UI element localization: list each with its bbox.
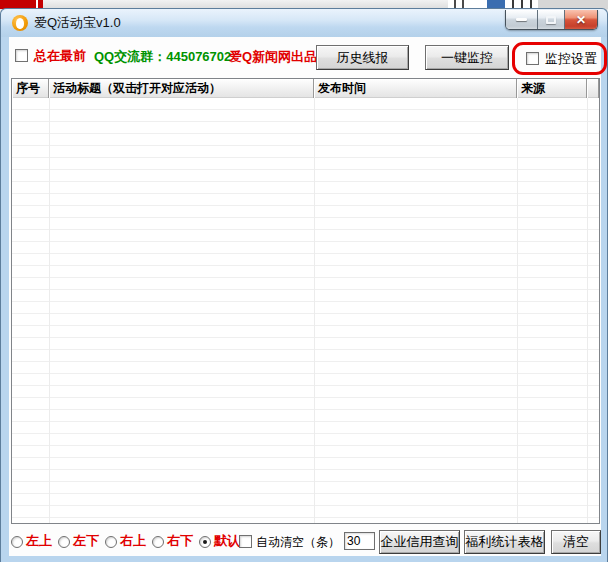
position-label-bottom-left[interactable]: 左下 xyxy=(73,534,99,548)
column-header-source[interactable]: 来源 xyxy=(517,79,587,98)
position-label-bottom-right[interactable]: 右下 xyxy=(167,534,193,548)
clear-button[interactable]: 清空 xyxy=(551,530,601,554)
app-window: 爱Q活动宝v1.0 ✕ 总在最前 QQ交流群：445076702 爱Q新闻网出品… xyxy=(0,8,608,562)
position-label-default[interactable]: 默认 xyxy=(214,534,240,548)
client-area: 总在最前 QQ交流群：445076702 爱Q新闻网出品 历史线报 一键监控 监… xyxy=(9,37,601,556)
table-header-row: 序号 活动标题（双击打开对应活动） 发布时间 来源 xyxy=(12,79,599,98)
window-title: 爱Q活动宝v1.0 xyxy=(34,14,121,32)
titlebar[interactable]: 爱Q活动宝v1.0 ✕ xyxy=(1,9,607,37)
activity-table: 序号 活动标题（双击打开对应活动） 发布时间 来源 xyxy=(11,78,600,524)
enterprise-credit-query-button[interactable]: 企业信用查询 xyxy=(379,530,460,554)
auto-clear-checkbox[interactable] xyxy=(239,535,252,548)
one-key-monitor-button[interactable]: 一键监控 xyxy=(425,45,509,70)
close-button[interactable]: ✕ xyxy=(564,10,597,29)
position-radio-bottom-right[interactable] xyxy=(152,536,164,548)
table-body-empty[interactable] xyxy=(12,98,599,523)
always-on-top-label[interactable]: 总在最前 xyxy=(34,49,86,63)
history-report-button[interactable]: 历史线报 xyxy=(316,45,409,70)
monitor-settings-label[interactable]: 监控设置 xyxy=(545,52,597,66)
penguin-app-icon xyxy=(12,15,28,31)
close-icon: ✕ xyxy=(576,14,586,26)
position-radio-default[interactable] xyxy=(199,536,211,548)
auto-clear-count-input[interactable] xyxy=(344,532,375,550)
welfare-statistics-button[interactable]: 福利统计表格 xyxy=(464,530,545,554)
position-label-top-left[interactable]: 左上 xyxy=(26,534,52,548)
position-label-top-right[interactable]: 右上 xyxy=(120,534,146,548)
auto-clear-label[interactable]: 自动清空（条） xyxy=(256,535,340,549)
position-radio-bottom-left[interactable] xyxy=(58,536,70,548)
column-header-filler xyxy=(587,79,599,98)
always-on-top-checkbox[interactable] xyxy=(15,49,28,62)
minimize-icon xyxy=(516,18,527,21)
position-radio-top-right[interactable] xyxy=(105,536,117,548)
minimize-button[interactable] xyxy=(506,10,537,29)
column-header-title[interactable]: 活动标题（双击打开对应活动） xyxy=(49,79,314,98)
maximize-button[interactable] xyxy=(537,10,564,29)
column-header-index[interactable]: 序号 xyxy=(12,79,49,98)
brand-text: 爱Q新闻网出品 xyxy=(229,50,317,64)
window-controls: ✕ xyxy=(505,10,598,30)
qq-group-text: QQ交流群：445076702 xyxy=(94,50,231,64)
position-radio-top-left[interactable] xyxy=(11,536,23,548)
column-header-publish-time[interactable]: 发布时间 xyxy=(314,79,517,98)
maximize-icon xyxy=(546,16,556,24)
monitor-settings-checkbox[interactable] xyxy=(526,52,539,65)
